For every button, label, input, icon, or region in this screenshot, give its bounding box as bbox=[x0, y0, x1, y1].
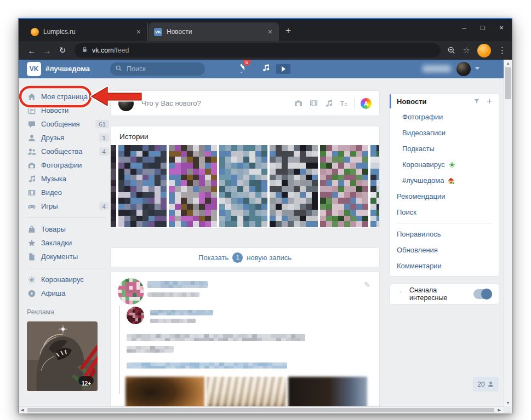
sidebar-item-label: Сообщения bbox=[41, 120, 95, 128]
news-filter-item[interactable]: Подкасты bbox=[390, 141, 499, 157]
sidebar-item-corona[interactable]: Коронавирус bbox=[27, 273, 110, 286]
reload-button[interactable]: ↻ bbox=[55, 45, 70, 55]
music-icon[interactable] bbox=[261, 64, 270, 74]
search-input[interactable] bbox=[125, 65, 193, 73]
news-filter-item[interactable]: Коронавирус bbox=[390, 157, 499, 172]
sidebar-item-my-page[interactable]: Моя страница bbox=[27, 90, 110, 103]
scroll-up-icon[interactable]: ▲ bbox=[504, 61, 512, 65]
tab-vk-news[interactable]: VK Новости × bbox=[149, 22, 279, 41]
menu-item-label: Поиск bbox=[397, 208, 416, 216]
post-photo[interactable] bbox=[125, 377, 204, 407]
window-maximize-button[interactable]: □ bbox=[475, 24, 491, 32]
sidebar-item-groups[interactable]: Сообщества4 bbox=[27, 145, 110, 158]
post-author-avatar[interactable] bbox=[118, 278, 144, 304]
sidebar-item-music[interactable]: Музыка bbox=[27, 172, 110, 186]
sidebar-item-label: Игры bbox=[41, 202, 99, 210]
sidebar-item-label: Сообщества bbox=[41, 147, 99, 156]
news-menu-header[interactable]: Новости + bbox=[390, 94, 499, 109]
messages-icon bbox=[27, 119, 36, 129]
profile-avatar[interactable] bbox=[456, 62, 471, 76]
attach-music-icon[interactable] bbox=[324, 99, 333, 108]
address-bar[interactable]: vk.com /feed bbox=[75, 43, 441, 57]
attach-video-icon[interactable] bbox=[309, 99, 318, 108]
story-item[interactable] bbox=[219, 145, 267, 227]
story-item[interactable] bbox=[270, 145, 318, 227]
bookmark-star-icon[interactable]: ☆ bbox=[463, 45, 470, 55]
tab-close-icon[interactable]: × bbox=[135, 27, 142, 36]
new-posts-count-badge: 1 bbox=[232, 252, 243, 263]
horizontal-scroll-thumb[interactable] bbox=[27, 408, 494, 412]
zoom-out-icon[interactable] bbox=[447, 46, 456, 55]
show-new-posts-button[interactable]: Показать 1 новую запись bbox=[110, 248, 380, 267]
edit-pencil-icon[interactable]: ✎ bbox=[364, 280, 370, 289]
post-composer[interactable]: A bbox=[110, 90, 380, 116]
back-button[interactable]: ← bbox=[24, 46, 39, 55]
post-photo[interactable] bbox=[207, 377, 286, 407]
sidebar-item-photos[interactable]: Фотографии bbox=[27, 158, 110, 172]
filter-funnel-icon[interactable] bbox=[473, 97, 481, 105]
menu-item-label: Комментарии bbox=[397, 262, 442, 270]
news-section-item[interactable]: Рекомендации bbox=[390, 188, 499, 204]
colored-post-icon[interactable]: A bbox=[361, 98, 372, 109]
news-section-item[interactable]: Комментарии bbox=[390, 258, 499, 274]
news-section-item[interactable]: Обновления bbox=[390, 242, 499, 258]
vk-logo[interactable]: VK bbox=[27, 62, 41, 76]
sidebar-item-video[interactable]: Видео bbox=[27, 186, 110, 199]
left-sidebar: Моя страницаНовостиСообщения61Друзья1Соо… bbox=[27, 90, 110, 300]
news-section-item[interactable]: Понравилось bbox=[390, 226, 499, 242]
story-item[interactable] bbox=[118, 145, 167, 227]
scroll-right-icon[interactable]: ▶ bbox=[498, 408, 501, 412]
sidebar-item-news[interactable]: Новости bbox=[27, 103, 110, 117]
groups-icon bbox=[27, 147, 36, 156]
story-edge-partial[interactable] bbox=[111, 145, 116, 227]
sidebar-item-friends[interactable]: Друзья1 bbox=[27, 131, 110, 145]
window-minimize-button[interactable]: – bbox=[456, 24, 472, 32]
news-filter-item[interactable]: #лучшедома bbox=[390, 172, 499, 188]
vertical-scroll-thumb[interactable] bbox=[505, 67, 511, 99]
scroll-left-icon[interactable]: ◀ bbox=[21, 408, 24, 412]
ad-age-rating: 12+ bbox=[82, 381, 91, 387]
sidebar-item-messages[interactable]: Сообщения61 bbox=[27, 117, 110, 131]
news-filter-item[interactable]: Фотографии bbox=[390, 109, 499, 125]
story-edge-partial[interactable] bbox=[370, 145, 380, 227]
story-item[interactable] bbox=[169, 145, 217, 227]
chevron-down-icon[interactable] bbox=[475, 67, 479, 70]
games-icon bbox=[27, 202, 36, 211]
sidebar-item-bookmarks[interactable]: Закладки bbox=[27, 236, 110, 250]
tab-lumpics[interactable]: Lumpics.ru × bbox=[25, 22, 148, 41]
attach-photo-icon[interactable] bbox=[294, 99, 303, 108]
news-section-item[interactable]: Поиск bbox=[390, 204, 499, 220]
news-filter-item[interactable]: Видеозаписи bbox=[390, 125, 499, 141]
sidebar-item-market[interactable]: Товары bbox=[27, 222, 110, 236]
forward-button[interactable]: → bbox=[39, 46, 55, 55]
online-friends-badge[interactable]: 20 bbox=[473, 377, 499, 392]
vertical-scrollbar[interactable]: ▲ ▼ bbox=[504, 60, 512, 406]
vk-search[interactable] bbox=[110, 62, 205, 76]
tab-close-icon[interactable]: × bbox=[267, 27, 273, 36]
play-button[interactable] bbox=[276, 64, 290, 74]
horizontal-scrollbar[interactable]: ◀ ▶ bbox=[19, 406, 512, 413]
vk-hashtag-link[interactable]: #лучшедома bbox=[45, 65, 90, 73]
post-photo[interactable] bbox=[288, 377, 367, 407]
new-tab-button[interactable]: + bbox=[286, 25, 291, 36]
sidebar-item-label: Видео bbox=[41, 188, 110, 197]
sidebar-item-afisha[interactable]: Афиша bbox=[27, 286, 110, 300]
article-icon[interactable] bbox=[339, 99, 348, 108]
browser-profile-avatar[interactable] bbox=[477, 44, 491, 57]
sidebar-item-label: Афиша bbox=[41, 289, 110, 297]
ad-banner[interactable]: 12+ bbox=[27, 321, 98, 391]
scroll-down-icon[interactable]: ▼ bbox=[504, 401, 512, 405]
video-icon bbox=[27, 188, 36, 197]
window-close-button[interactable]: × bbox=[493, 24, 510, 32]
search-icon bbox=[115, 64, 122, 74]
smart-feed-toggle[interactable] bbox=[473, 289, 492, 299]
sidebar-item-docs[interactable]: Документы bbox=[27, 250, 110, 263]
composer-input[interactable] bbox=[140, 99, 288, 108]
sidebar-item-games[interactable]: Игры4 bbox=[27, 199, 110, 213]
repost-author-avatar[interactable] bbox=[127, 307, 144, 324]
add-list-icon[interactable]: + bbox=[487, 96, 492, 107]
browser-menu-icon[interactable]: ⋮ bbox=[498, 45, 506, 55]
virus-icon bbox=[27, 275, 36, 284]
story-item[interactable] bbox=[320, 145, 368, 227]
sidebar-divider bbox=[27, 263, 110, 273]
